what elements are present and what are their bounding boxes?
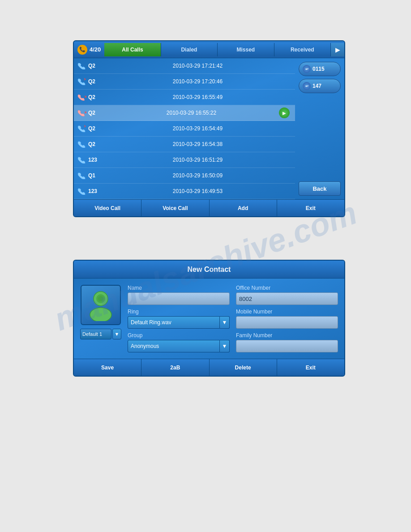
call-row[interactable]: Q2 2010-03-29 17:21:42: [74, 58, 295, 74]
tab-dialed[interactable]: Dialed: [161, 43, 218, 56]
group-dropdown-arrow[interactable]: ▼: [220, 340, 230, 352]
tab-next-button[interactable]: ▶: [331, 43, 344, 56]
call-time: 2010-03-29 16:50:09: [104, 172, 291, 179]
svg-text:✕: ✕: [84, 95, 86, 99]
contact-fields: Name Office Number Ring ▼ Mobile Number …: [128, 285, 338, 352]
call-time: 2010-03-29 16:54:38: [104, 141, 291, 147]
call-time: 2010-03-29 16:55:49: [104, 94, 291, 100]
callback-icon: ↩: [303, 65, 311, 73]
call-time: 2010-03-29 17:21:42: [104, 63, 291, 69]
calls-header: 📞 4/20 All Calls Dialed Missed Received …: [74, 41, 344, 58]
family-field-group: Family Number: [236, 332, 338, 352]
call-name: 123: [88, 188, 104, 194]
office-field-group: Office Number: [236, 285, 338, 305]
contact-header: New Contact: [74, 261, 344, 279]
ring-field-group: Ring ▼: [128, 309, 230, 329]
avatar-box: [81, 285, 121, 325]
call-type-icon: [77, 172, 86, 180]
ring-dropdown-wrap: ▼: [128, 316, 230, 329]
call-time: 2010-03-29 16:51:29: [104, 157, 291, 163]
calls-count: 4/20: [90, 46, 101, 53]
delete-button[interactable]: Delete: [210, 359, 277, 376]
ring-dropdown-arrow[interactable]: ▼: [220, 316, 230, 329]
call-name: Q2: [88, 110, 104, 116]
avatar-dropdown-arrow[interactable]: ▼: [112, 329, 121, 339]
family-label: Family Number: [236, 332, 338, 339]
call-row[interactable]: 123 2010-03-29 16:49:53: [74, 184, 295, 199]
svg-text:✕: ✕: [84, 111, 86, 115]
calls-body: Q2 2010-03-29 17:21:42 ✕ Q2 2010-03-29 1…: [74, 58, 344, 199]
call-name: Q2: [88, 78, 104, 85]
call-row[interactable]: Q2 2010-03-29 16:54:38: [74, 137, 295, 152]
call-row-selected[interactable]: ✕ Q2 2010-03-29 16:55:22 ▶: [74, 105, 295, 121]
name-label: Name: [128, 285, 230, 291]
save-button[interactable]: Save: [74, 359, 141, 376]
avatar-person-icon: [87, 289, 114, 321]
back-button[interactable]: Back: [299, 181, 341, 196]
phone-icon: 📞: [77, 45, 87, 55]
mobile-field-group: Mobile Number: [236, 309, 338, 329]
call-row[interactable]: ✕ Q2 2010-03-29 16:54:49: [74, 121, 295, 137]
video-call-button[interactable]: Video Call: [74, 200, 141, 217]
avatar-dropdown-input[interactable]: [80, 329, 111, 339]
calls-panel: 📞 4/20 All Calls Dialed Missed Received …: [73, 40, 345, 217]
call-type-icon: ✕: [77, 77, 86, 86]
callback-icon: ↩: [303, 82, 311, 90]
tab-all-calls[interactable]: All Calls: [104, 43, 161, 56]
name-input[interactable]: [128, 292, 230, 305]
call-row[interactable]: ✕ Q2 2010-03-29 16:55:49: [74, 90, 295, 105]
contact-exit-button[interactable]: Exit: [277, 359, 344, 376]
call-name: Q2: [88, 125, 104, 132]
tab-received[interactable]: Received: [274, 43, 331, 56]
call-type-icon: ✕: [77, 109, 86, 117]
call-name: Q2: [88, 94, 104, 100]
contact-footer: Save 2aB Delete Exit: [74, 359, 344, 376]
group-label: Group: [128, 332, 230, 339]
calls-footer: Video Call Voice Call Add Exit: [74, 199, 344, 216]
group-dropdown[interactable]: [128, 340, 220, 352]
call-row[interactable]: ✕ Q2 2010-03-29 17:20:46: [74, 74, 295, 90]
name-field-group: Name: [128, 285, 230, 305]
calls-sidebar: ↩ 0115 ↩ 147 Back: [295, 58, 344, 199]
call-name: Q2: [88, 63, 104, 69]
ring-label: Ring: [128, 309, 230, 315]
callback-147-label: 147: [313, 83, 321, 89]
contact-panel: New Contact ▼ Name: [73, 260, 345, 377]
call-type-icon: ✕: [77, 93, 86, 101]
call-back-0115-button[interactable]: ↩ 0115: [299, 62, 341, 76]
call-row[interactable]: Q1 2010-03-29 16:50:09: [74, 168, 295, 184]
voice-call-button[interactable]: Voice Call: [141, 200, 209, 217]
tab-missed[interactable]: Missed: [218, 43, 274, 56]
family-input[interactable]: [236, 340, 338, 352]
exit-button[interactable]: Exit: [277, 200, 344, 217]
svg-point-5: [90, 308, 111, 321]
call-row[interactable]: 123 2010-03-29 16:51:29: [74, 152, 295, 168]
call-type-icon: [77, 187, 86, 195]
call-time: 2010-03-29 16:54:49: [104, 125, 291, 132]
ring-dropdown[interactable]: [128, 316, 220, 329]
avatar-dropdown: ▼: [80, 329, 121, 339]
avatar-section: ▼: [80, 285, 121, 352]
group-field-group: Group ▼: [128, 332, 230, 352]
call-back-147-button[interactable]: ↩ 147: [299, 79, 341, 93]
svg-text:✕: ✕: [84, 125, 86, 129]
mobile-label: Mobile Number: [236, 309, 338, 315]
call-type-icon: [77, 62, 86, 70]
svg-point-7: [98, 296, 103, 301]
call-name: Q1: [88, 172, 104, 179]
office-label: Office Number: [236, 285, 338, 291]
call-time: 2010-03-29 16:55:22: [104, 110, 279, 116]
play-button[interactable]: ▶: [279, 107, 290, 118]
calls-list: Q2 2010-03-29 17:21:42 ✕ Q2 2010-03-29 1…: [74, 58, 295, 199]
call-type-icon: [77, 140, 86, 148]
group-dropdown-wrap: ▼: [128, 340, 230, 352]
call-type-icon: ✕: [77, 124, 86, 133]
2ab-button[interactable]: 2aB: [141, 359, 209, 376]
call-time: 2010-03-29 16:49:53: [104, 188, 291, 194]
call-name: Q2: [88, 141, 104, 147]
call-name: 123: [88, 157, 104, 163]
calls-counter: 📞 4/20: [74, 45, 104, 55]
office-input[interactable]: [236, 292, 338, 305]
mobile-input[interactable]: [236, 316, 338, 329]
add-button[interactable]: Add: [210, 200, 277, 217]
